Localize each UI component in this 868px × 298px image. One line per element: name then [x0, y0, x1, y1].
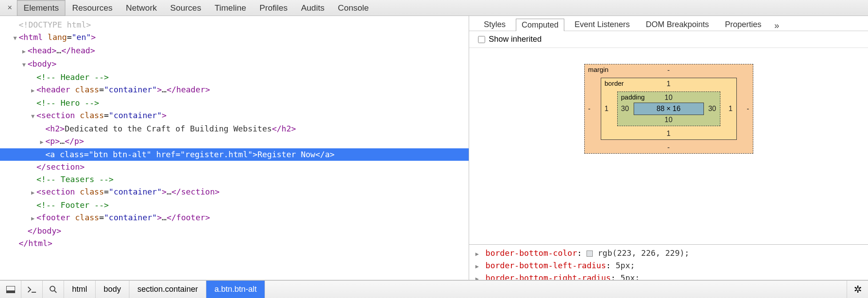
- dom-node[interactable]: ▶<head>…</head>: [0, 44, 469, 58]
- sidebar: StylesComputedEvent ListenersDOM Breakpo…: [469, 16, 868, 280]
- tab-sources[interactable]: Sources: [164, 0, 208, 16]
- computed-prop[interactable]: ▶ border-bottom-left-radius: 5px;: [475, 260, 862, 272]
- dom-node[interactable]: <a class="btn btn-alt" href="register.ht…: [0, 148, 469, 161]
- sidebar-tab-computed[interactable]: Computed: [516, 19, 564, 31]
- elements-tree[interactable]: <!DOCTYPE html>▼<html lang="en">▶<head>……: [0, 16, 469, 280]
- main-split: <!DOCTYPE html>▼<html lang="en">▶<head>……: [0, 16, 868, 280]
- breadcrumb-item[interactable]: html: [64, 281, 96, 298]
- sidebar-tabs: StylesComputedEvent ListenersDOM Breakpo…: [469, 16, 868, 31]
- svg-point-3: [50, 286, 55, 291]
- box-margin[interactable]: margin - - - - border 1 1 1 1 padding 10: [584, 64, 753, 154]
- box-padding[interactable]: padding 10 10 30 30 88 × 16: [617, 91, 720, 126]
- dom-node[interactable]: ▶<section class="container">…</section>: [0, 186, 469, 199]
- show-inherited-label: Show inherited: [489, 35, 542, 44]
- tab-console[interactable]: Console: [331, 0, 376, 16]
- dom-node[interactable]: </section>: [0, 161, 469, 173]
- devtools-toolbar: × ElementsResourcesNetworkSourcesTimelin…: [0, 0, 868, 16]
- tab-elements[interactable]: Elements: [17, 0, 65, 16]
- sidebar-tab-event-listeners[interactable]: Event Listeners: [569, 18, 635, 31]
- breadcrumb-item[interactable]: section.container: [129, 281, 206, 298]
- dom-node[interactable]: ▼<section class="container">: [0, 109, 469, 123]
- dom-node[interactable]: <!-- Footer -->: [0, 199, 469, 211]
- tab-profiles[interactable]: Profiles: [253, 0, 294, 16]
- dock-icon[interactable]: [0, 281, 21, 298]
- close-icon[interactable]: ×: [3, 3, 17, 12]
- svg-rect-1: [6, 290, 15, 293]
- dom-node[interactable]: ▶<p>…</p>: [0, 135, 469, 148]
- dom-node[interactable]: </body>: [0, 225, 469, 237]
- breadcrumb-item[interactable]: body: [96, 281, 129, 298]
- dom-node[interactable]: <!-- Teasers -->: [0, 173, 469, 186]
- box-model: margin - - - - border 1 1 1 1 padding 10: [469, 48, 868, 244]
- breadcrumb-item[interactable]: a.btn.btn-alt: [206, 281, 265, 298]
- dom-node[interactable]: <!-- Hero -->: [0, 97, 469, 109]
- box-border[interactable]: border 1 1 1 1 padding 10 10 30 30 88: [601, 78, 737, 140]
- svg-line-4: [54, 290, 56, 293]
- sidebar-tab-properties[interactable]: Properties: [719, 18, 767, 31]
- tab-timeline[interactable]: Timeline: [208, 0, 253, 16]
- dom-node[interactable]: ▼<body>: [0, 58, 469, 71]
- computed-prop[interactable]: ▶ border-bottom-color: rgb(223, 226, 229…: [475, 247, 862, 260]
- box-content[interactable]: 88 × 16: [634, 103, 704, 115]
- dom-node[interactable]: ▶<header class="container">…</header>: [0, 83, 469, 97]
- tab-network[interactable]: Network: [119, 0, 164, 16]
- computed-properties[interactable]: ▶ border-bottom-color: rgb(223, 226, 229…: [469, 244, 868, 280]
- sidebar-tab-dom-breakpoints[interactable]: DOM Breakpoints: [640, 18, 715, 31]
- sidebar-tab-styles[interactable]: Styles: [478, 18, 511, 31]
- console-icon[interactable]: [21, 281, 43, 298]
- dom-node[interactable]: ▼<html lang="en">: [0, 31, 469, 44]
- dom-node[interactable]: <h2>Dedicated to the Craft of Building W…: [0, 123, 469, 135]
- computed-prop[interactable]: ▶ border-bottom-right-radius: 5px;: [475, 272, 862, 280]
- dom-node[interactable]: <!-- Header -->: [0, 71, 469, 83]
- dom-node[interactable]: </html>: [0, 237, 469, 250]
- show-inherited-row: Show inherited: [469, 31, 868, 48]
- dom-node[interactable]: ▶<footer class="container">…</footer>: [0, 211, 469, 225]
- footer-bar: htmlbodysection.containera.btn.btn-alt ✲: [0, 280, 868, 298]
- dom-node[interactable]: <!DOCTYPE html>: [0, 19, 469, 31]
- search-icon[interactable]: [43, 281, 64, 298]
- tab-resources[interactable]: Resources: [65, 0, 119, 16]
- tab-audits[interactable]: Audits: [294, 0, 331, 16]
- more-icon[interactable]: »: [774, 20, 779, 31]
- gear-icon[interactable]: ✲: [847, 281, 868, 298]
- show-inherited-checkbox[interactable]: [478, 36, 485, 43]
